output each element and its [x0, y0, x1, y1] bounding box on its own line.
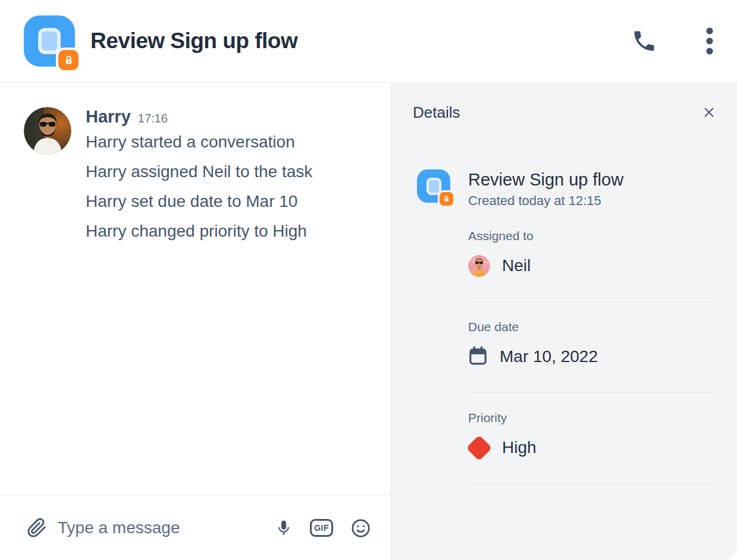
field-label: Priority — [468, 411, 718, 425]
message-header: Harry 17:16 — [86, 107, 312, 127]
message-composer: GIF — [0, 495, 391, 560]
field-label: Due date — [468, 320, 718, 334]
message-group: Harry 17:16 Harry started a conversation… — [86, 107, 312, 495]
priority-high-diamond-icon — [466, 435, 493, 461]
message-timestamp: 17:16 — [138, 112, 168, 125]
priority-row[interactable]: High — [468, 435, 718, 461]
due-date-value: Mar 10, 2022 — [500, 347, 598, 366]
task-app-icon-inner — [38, 28, 61, 54]
task-title: Review Sign up flow — [468, 169, 623, 190]
task-fields: Assigned to — [468, 229, 718, 484]
window-header: Review Sign up flow — [0, 0, 737, 83]
details-panel: Details — [391, 83, 737, 560]
details-panel-title: Details — [413, 103, 460, 122]
assignee-name: Neil — [502, 256, 531, 275]
message-author: Harry — [86, 107, 131, 127]
field-label: Assigned to — [468, 229, 718, 243]
lock-badge-icon — [440, 192, 453, 206]
paperclip-icon[interactable] — [27, 518, 47, 538]
microphone-icon[interactable] — [275, 517, 292, 539]
task-text: Review Sign up flow Created today at 12:… — [468, 169, 623, 209]
chat-panel: Harry 17:16 Harry started a conversation… — [0, 83, 391, 560]
message-text: Harry changed priority to High — [86, 216, 312, 246]
calendar-icon — [468, 345, 488, 369]
lock-badge-icon — [58, 50, 79, 70]
details-header: Details — [391, 83, 737, 142]
message-text: Harry assigned Neil to the task — [86, 157, 312, 187]
message-text: Harry set due date to Mar 10 — [86, 187, 312, 216]
priority-value: High — [502, 438, 537, 457]
field-assigned-to: Assigned to — [468, 229, 718, 302]
task-summary: Review Sign up flow Created today at 12:… — [417, 169, 718, 209]
message-input[interactable] — [58, 518, 275, 537]
kebab-menu-icon[interactable] — [706, 27, 713, 55]
avatar-harry — [24, 107, 71, 155]
composer-actions: GIF — [275, 517, 371, 539]
task-app-icon — [24, 15, 75, 67]
task-app-icon-small — [417, 169, 450, 203]
details-body: Review Sign up flow Created today at 12:… — [391, 142, 737, 484]
header-actions — [631, 27, 713, 55]
task-chat-window: Review Sign up flow — [0, 0, 737, 560]
task-created-timestamp: Created today at 12:15 — [468, 193, 623, 209]
page-title: Review Sign up flow — [90, 29, 631, 54]
close-icon[interactable] — [702, 106, 716, 119]
message-list: Harry 17:16 Harry started a conversation… — [0, 83, 391, 495]
emoji-smile-icon[interactable] — [351, 518, 371, 538]
task-app-icon-inner — [426, 178, 441, 195]
message-text: Harry started a conversation — [86, 127, 312, 157]
assignee-row[interactable]: Neil — [468, 253, 718, 279]
field-due-date: Due date Mar 10, 2022 — [468, 320, 718, 393]
avatar-neil — [468, 255, 490, 277]
phone-icon[interactable] — [631, 28, 657, 54]
due-date-row[interactable]: Mar 10, 2022 — [468, 344, 718, 370]
field-priority: Priority High — [468, 411, 718, 484]
gif-icon[interactable]: GIF — [310, 519, 333, 537]
